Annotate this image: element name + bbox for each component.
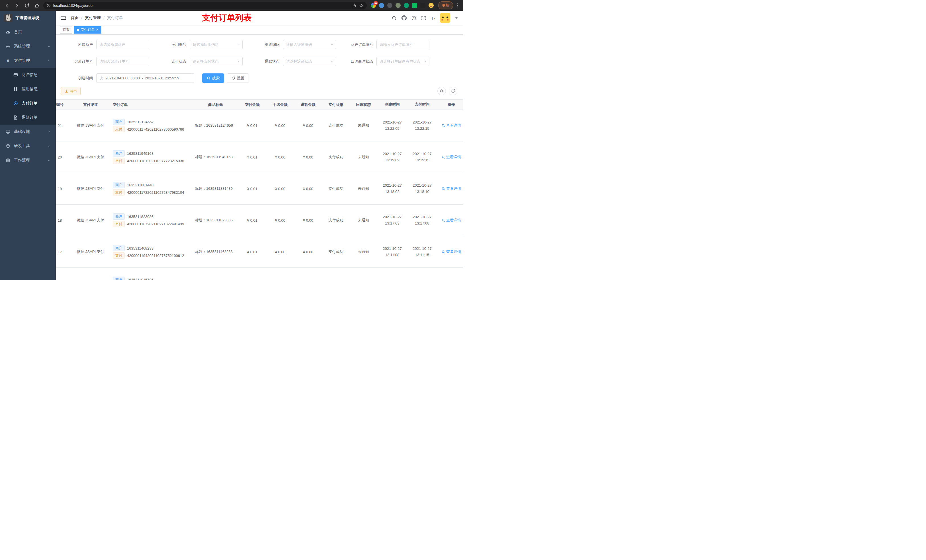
merchant-order-no-input[interactable]	[380, 42, 426, 47]
sidebar-item-refund-order[interactable]: 退款订单	[0, 110, 56, 125]
info-icon[interactable]	[47, 3, 51, 8]
extension-colorful-icon[interactable]: 10	[371, 3, 376, 8]
tab-pay-order[interactable]: 支付订单	[74, 26, 101, 33]
channel-code-select[interactable]	[283, 40, 336, 49]
sidebar-toggle-icon[interactable]	[61, 16, 66, 20]
col-order: 支付订单	[109, 102, 193, 107]
extension-badge: 10	[374, 1, 378, 5]
merchant-order-no: 1635312124657	[127, 120, 154, 124]
app-input[interactable]	[193, 42, 239, 47]
merchant-order-no: 1635311823086	[127, 214, 153, 219]
channel-order-no-input[interactable]	[99, 59, 146, 63]
filter-app-no: 应用编号	[158, 40, 247, 49]
view-detail-link[interactable]: 查看详情	[442, 154, 461, 160]
merchant-select[interactable]	[96, 40, 149, 49]
filter-notify-status: 回调商户状态	[345, 57, 434, 66]
back-icon[interactable]	[3, 3, 11, 8]
view-detail-link[interactable]: 查看详情	[442, 123, 461, 128]
breadcrumb-home[interactable]: 首页	[71, 15, 79, 21]
reload-icon[interactable]	[23, 3, 30, 8]
sidebar-item-pay-order[interactable]: 支付订单	[0, 96, 56, 110]
toggle-search-button[interactable]	[437, 87, 446, 95]
cell-pay-status: 支付成功	[322, 218, 350, 223]
extension-teal-icon[interactable]	[404, 3, 409, 8]
notify-status-input[interactable]	[380, 59, 426, 63]
forward-icon[interactable]	[14, 3, 21, 8]
sidebar-item-system[interactable]: 系统管理	[0, 39, 56, 53]
channel-order-no-field[interactable]	[96, 57, 149, 66]
github-icon[interactable]	[401, 15, 407, 21]
cube-icon	[5, 144, 11, 148]
reset-button[interactable]: 重置	[227, 73, 249, 83]
cell-order: 商户1635311823086 支付4200001167202110271022…	[109, 212, 193, 228]
fullscreen-icon[interactable]	[421, 16, 426, 21]
merchant-order-no: 1635311949168	[127, 151, 153, 155]
yen-icon	[5, 58, 11, 63]
cell-notify-status: 未通知	[350, 186, 377, 191]
sidebar-item-workflow[interactable]: 工作流程	[0, 153, 56, 167]
help-icon[interactable]: ?	[412, 16, 416, 21]
sidebar-item-infra[interactable]: 基础设施	[0, 125, 56, 139]
bookmark-star-icon[interactable]	[359, 3, 363, 8]
address-bar[interactable]: localhost:1024/pay/order	[43, 2, 367, 9]
sidebar-item-devtools[interactable]: 研发工具	[0, 139, 56, 153]
chrome-update-button[interactable]: 更新	[438, 2, 453, 9]
extension-blue-icon[interactable]	[379, 3, 384, 8]
app-select[interactable]	[190, 40, 243, 49]
pay-status-input[interactable]	[193, 59, 239, 63]
browser-menu-icon[interactable]	[456, 3, 460, 8]
tab-home[interactable]: 首页	[60, 26, 72, 33]
sidebar-item-merchant-info[interactable]: 商户信息	[0, 68, 56, 82]
channel-code-input[interactable]	[286, 42, 333, 47]
extension-dark-icon[interactable]	[387, 3, 392, 8]
view-detail-link[interactable]: 查看详情	[442, 186, 461, 191]
cell-no: 18	[56, 218, 72, 222]
refund-status-input[interactable]	[286, 59, 333, 63]
app-logo: 芋道管理系统	[0, 11, 56, 25]
breadcrumb: 首页 支付管理 支付订单	[71, 15, 123, 21]
export-button[interactable]: 导出	[61, 87, 80, 95]
refresh-table-button[interactable]	[449, 87, 457, 95]
pay-tag: 支付	[113, 252, 125, 259]
view-detail-link[interactable]: 查看详情	[442, 249, 461, 254]
filter-label: 创建时间	[64, 76, 96, 81]
caret-down-icon[interactable]	[455, 17, 458, 19]
merchant-tag: 商户	[113, 182, 125, 188]
cell-action: 查看详情	[437, 186, 463, 191]
filter-label: 支付状态	[158, 59, 190, 64]
refund-status-select[interactable]	[283, 57, 336, 66]
extension-pin-icon[interactable]	[420, 3, 425, 8]
extension-gray-icon[interactable]	[395, 3, 401, 8]
font-size-icon[interactable]	[431, 16, 435, 20]
cell-channel: 微信 JSAPI 支付	[72, 154, 109, 160]
home-icon[interactable]	[33, 3, 41, 8]
cell-create-time: 2021-10-2713:11:08	[377, 246, 407, 258]
sidebar-menu: 首页 系统管理 支付管理 商户信息 应用信息	[0, 25, 56, 167]
chevron-down-icon	[47, 145, 50, 148]
cell-action: 查看详情	[437, 154, 463, 160]
notify-status-select[interactable]	[377, 57, 430, 66]
cell-no: 20	[56, 155, 72, 159]
search-icon[interactable]	[392, 16, 396, 21]
sidebar-item-app-info[interactable]: 应用信息	[0, 82, 56, 96]
share-icon[interactable]	[352, 3, 357, 8]
cell-no: 17	[56, 250, 72, 254]
search-button[interactable]: 搜索	[202, 73, 224, 83]
gear-icon	[5, 44, 11, 49]
pay-status-select[interactable]	[190, 57, 243, 66]
cell-pay-amount: ¥ 0.01	[238, 155, 266, 159]
extension-green-icon[interactable]	[412, 3, 417, 8]
view-detail-link[interactable]: 查看详情	[442, 218, 461, 223]
filter-label: 应用编号	[158, 42, 190, 47]
sidebar-item-home[interactable]: 首页	[0, 25, 56, 39]
cell-channel: 微信 JSAPI 支付	[72, 218, 109, 223]
merchant-input[interactable]	[99, 42, 146, 47]
cell-notify-status: 未通知	[350, 218, 377, 223]
sidebar-item-pay[interactable]: 支付管理	[0, 53, 56, 68]
profile-avatar-icon[interactable]	[428, 3, 434, 8]
merchant-order-no-field[interactable]	[377, 40, 430, 49]
tab-close-icon[interactable]	[96, 28, 98, 32]
breadcrumb-section[interactable]: 支付管理	[85, 15, 101, 21]
user-avatar[interactable]	[440, 13, 450, 23]
date-range-picker[interactable]: 2021-10-01 00:00:00 - 2021-10-31 23:59:5…	[96, 73, 194, 83]
